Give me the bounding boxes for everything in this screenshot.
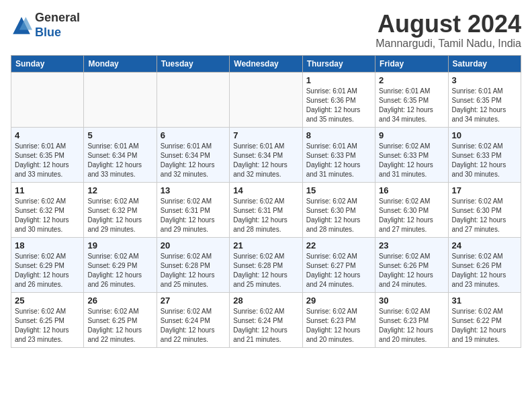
day-info: Sunrise: 6:02 AM Sunset: 6:25 PM Dayligh…	[87, 307, 152, 345]
calendar-cell	[84, 72, 157, 127]
day-number: 26	[87, 295, 152, 306]
calendar-cell: 22Sunrise: 6:02 AM Sunset: 6:27 PM Dayli…	[302, 237, 375, 292]
day-number: 27	[161, 295, 226, 306]
calendar-cell: 24Sunrise: 6:02 AM Sunset: 6:26 PM Dayli…	[448, 237, 521, 292]
calendar-week-3: 11Sunrise: 6:02 AM Sunset: 6:32 PM Dayli…	[11, 182, 521, 237]
day-info: Sunrise: 6:01 AM Sunset: 6:35 PM Dayligh…	[452, 87, 517, 124]
location-subtitle: Mannargudi, Tamil Nadu, India	[375, 38, 521, 50]
day-info: Sunrise: 6:02 AM Sunset: 6:31 PM Dayligh…	[233, 197, 298, 234]
calendar-cell: 21Sunrise: 6:02 AM Sunset: 6:28 PM Dayli…	[230, 237, 302, 292]
weekday-header-saturday: Saturday	[448, 55, 521, 72]
calendar-cell: 13Sunrise: 6:02 AM Sunset: 6:31 PM Dayli…	[157, 182, 229, 237]
day-number: 4	[15, 130, 80, 140]
calendar-cell	[230, 72, 302, 127]
calendar-cell: 14Sunrise: 6:02 AM Sunset: 6:31 PM Dayli…	[230, 182, 302, 237]
day-number: 18	[15, 240, 80, 250]
day-info: Sunrise: 6:02 AM Sunset: 6:29 PM Dayligh…	[87, 252, 152, 289]
day-number: 30	[379, 295, 444, 306]
calendar-cell: 19Sunrise: 6:02 AM Sunset: 6:29 PM Dayli…	[84, 237, 157, 292]
day-info: Sunrise: 6:02 AM Sunset: 6:26 PM Dayligh…	[379, 252, 444, 289]
calendar-cell	[157, 72, 229, 127]
calendar-week-1: 1Sunrise: 6:01 AM Sunset: 6:36 PM Daylig…	[11, 72, 521, 127]
day-number: 6	[161, 130, 226, 140]
calendar-cell: 16Sunrise: 6:02 AM Sunset: 6:30 PM Dayli…	[375, 182, 448, 237]
calendar-table: SundayMondayTuesdayWednesdayThursdayFrid…	[11, 55, 521, 348]
day-info: Sunrise: 6:01 AM Sunset: 6:35 PM Dayligh…	[379, 87, 444, 124]
day-number: 29	[306, 295, 371, 306]
calendar-cell: 31Sunrise: 6:02 AM Sunset: 6:22 PM Dayli…	[448, 292, 521, 347]
weekday-header-row: SundayMondayTuesdayWednesdayThursdayFrid…	[11, 55, 521, 72]
day-number: 22	[306, 240, 371, 250]
calendar-cell: 1Sunrise: 6:01 AM Sunset: 6:36 PM Daylig…	[302, 72, 375, 127]
calendar-cell: 28Sunrise: 6:02 AM Sunset: 6:24 PM Dayli…	[230, 292, 302, 347]
day-info: Sunrise: 6:01 AM Sunset: 6:36 PM Dayligh…	[306, 87, 371, 124]
day-info: Sunrise: 6:02 AM Sunset: 6:27 PM Dayligh…	[306, 252, 371, 289]
title-block: August 2024 Mannargudi, Tamil Nadu, Indi…	[375, 11, 521, 50]
day-info: Sunrise: 6:02 AM Sunset: 6:30 PM Dayligh…	[306, 197, 371, 234]
day-info: Sunrise: 6:01 AM Sunset: 6:34 PM Dayligh…	[161, 142, 226, 179]
day-number: 14	[233, 185, 298, 195]
day-info: Sunrise: 6:01 AM Sunset: 6:34 PM Dayligh…	[233, 142, 298, 179]
day-number: 17	[452, 185, 517, 195]
calendar-week-2: 4Sunrise: 6:01 AM Sunset: 6:35 PM Daylig…	[11, 127, 521, 182]
day-number: 9	[379, 130, 444, 140]
day-info: Sunrise: 6:02 AM Sunset: 6:23 PM Dayligh…	[379, 307, 444, 345]
day-number: 8	[306, 130, 371, 140]
day-info: Sunrise: 6:02 AM Sunset: 6:30 PM Dayligh…	[379, 197, 444, 234]
day-number: 13	[161, 185, 226, 195]
calendar-cell: 25Sunrise: 6:02 AM Sunset: 6:25 PM Dayli…	[11, 292, 84, 347]
day-info: Sunrise: 6:02 AM Sunset: 6:32 PM Dayligh…	[87, 197, 152, 234]
calendar-cell: 7Sunrise: 6:01 AM Sunset: 6:34 PM Daylig…	[230, 127, 302, 182]
day-number: 1	[306, 75, 371, 85]
month-year-title: August 2024	[375, 11, 521, 38]
calendar-cell: 2Sunrise: 6:01 AM Sunset: 6:35 PM Daylig…	[375, 72, 448, 127]
weekday-header-sunday: Sunday	[11, 55, 84, 72]
day-info: Sunrise: 6:01 AM Sunset: 6:33 PM Dayligh…	[306, 142, 371, 179]
day-info: Sunrise: 6:02 AM Sunset: 6:25 PM Dayligh…	[15, 307, 80, 345]
weekday-header-friday: Friday	[375, 55, 448, 72]
calendar-cell: 23Sunrise: 6:02 AM Sunset: 6:26 PM Dayli…	[375, 237, 448, 292]
calendar-week-4: 18Sunrise: 6:02 AM Sunset: 6:29 PM Dayli…	[11, 237, 521, 292]
calendar-cell: 3Sunrise: 6:01 AM Sunset: 6:35 PM Daylig…	[448, 72, 521, 127]
calendar-cell: 10Sunrise: 6:02 AM Sunset: 6:33 PM Dayli…	[448, 127, 521, 182]
day-number: 19	[87, 240, 152, 250]
day-number: 21	[233, 240, 298, 250]
day-number: 20	[161, 240, 226, 250]
day-number: 2	[379, 75, 444, 85]
day-number: 10	[452, 130, 517, 140]
calendar-cell: 5Sunrise: 6:01 AM Sunset: 6:34 PM Daylig…	[84, 127, 157, 182]
calendar-cell: 12Sunrise: 6:02 AM Sunset: 6:32 PM Dayli…	[84, 182, 157, 237]
page-header: General Blue August 2024 Mannargudi, Tam…	[11, 11, 521, 50]
calendar-cell: 20Sunrise: 6:02 AM Sunset: 6:28 PM Dayli…	[157, 237, 229, 292]
weekday-header-tuesday: Tuesday	[157, 55, 229, 72]
day-number: 24	[452, 240, 517, 250]
day-info: Sunrise: 6:02 AM Sunset: 6:30 PM Dayligh…	[452, 197, 517, 234]
calendar-cell: 11Sunrise: 6:02 AM Sunset: 6:32 PM Dayli…	[11, 182, 84, 237]
day-number: 12	[87, 185, 152, 195]
day-number: 28	[233, 295, 298, 306]
logo-icon	[11, 15, 32, 36]
day-info: Sunrise: 6:02 AM Sunset: 6:28 PM Dayligh…	[233, 252, 298, 289]
calendar-cell: 15Sunrise: 6:02 AM Sunset: 6:30 PM Dayli…	[302, 182, 375, 237]
calendar-cell: 6Sunrise: 6:01 AM Sunset: 6:34 PM Daylig…	[157, 127, 229, 182]
day-number: 7	[233, 130, 298, 140]
weekday-header-thursday: Thursday	[302, 55, 375, 72]
day-number: 23	[379, 240, 444, 250]
day-number: 5	[87, 130, 152, 140]
calendar-cell: 9Sunrise: 6:02 AM Sunset: 6:33 PM Daylig…	[375, 127, 448, 182]
day-info: Sunrise: 6:02 AM Sunset: 6:29 PM Dayligh…	[15, 252, 80, 289]
day-info: Sunrise: 6:02 AM Sunset: 6:28 PM Dayligh…	[161, 252, 226, 289]
day-info: Sunrise: 6:02 AM Sunset: 6:33 PM Dayligh…	[379, 142, 444, 179]
day-number: 25	[15, 295, 80, 306]
logo-text: General Blue	[35, 11, 80, 40]
calendar-cell: 29Sunrise: 6:02 AM Sunset: 6:23 PM Dayli…	[302, 292, 375, 347]
calendar-cell: 30Sunrise: 6:02 AM Sunset: 6:23 PM Dayli…	[375, 292, 448, 347]
day-info: Sunrise: 6:02 AM Sunset: 6:24 PM Dayligh…	[233, 307, 298, 345]
day-number: 11	[15, 185, 80, 195]
day-info: Sunrise: 6:02 AM Sunset: 6:33 PM Dayligh…	[452, 142, 517, 179]
weekday-header-wednesday: Wednesday	[230, 55, 302, 72]
logo: General Blue	[11, 11, 80, 40]
calendar-cell: 18Sunrise: 6:02 AM Sunset: 6:29 PM Dayli…	[11, 237, 84, 292]
calendar-cell: 17Sunrise: 6:02 AM Sunset: 6:30 PM Dayli…	[448, 182, 521, 237]
day-info: Sunrise: 6:02 AM Sunset: 6:23 PM Dayligh…	[306, 307, 371, 345]
